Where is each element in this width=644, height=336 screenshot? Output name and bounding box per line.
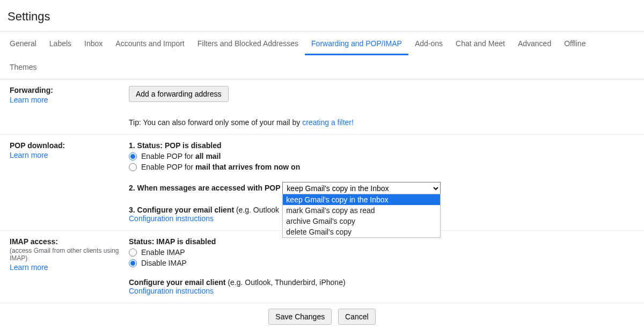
pop-status-value: POP is disabled — [165, 141, 222, 150]
pop-status-prefix: 1. Status: — [129, 141, 165, 150]
imap-access-sublabel: (access Gmail from other clients using I… — [10, 247, 125, 262]
pop-config-instructions-link[interactable]: Configuration instructions — [129, 214, 214, 223]
create-filter-link[interactable]: creating a filter! — [302, 118, 354, 127]
forwarding-tip-text: Tip: You can also forward only some of y… — [129, 118, 302, 127]
imap-disable-option[interactable]: Disable IMAP — [129, 259, 633, 267]
pop-enable-all-mail-label: Enable POP for all mail — [141, 152, 221, 160]
tab-forwarding-pop-imap[interactable]: Forwarding and POP/IMAP — [305, 32, 408, 55]
pop-option-mark-read[interactable]: mark Gmail's copy as read — [283, 205, 440, 216]
pop-option-keep-inbox[interactable]: keep Gmail's copy in the Inbox — [283, 194, 440, 205]
tab-themes[interactable]: Themes — [3, 55, 43, 79]
pop-enable-from-now-option[interactable]: Enable POP for mail that arrives from no… — [129, 163, 633, 171]
forwarding-tip: Tip: You can also forward only some of y… — [129, 118, 633, 127]
imap-config-label: Configure your email client — [129, 278, 228, 287]
tab-accounts-import[interactable]: Accounts and Import — [109, 32, 191, 55]
pop-action-dropdown-open: keep Gmail's copy in the Inbox mark Gmai… — [282, 194, 441, 238]
imap-disable-label: Disable IMAP — [141, 259, 187, 267]
settings-tabs: General Labels Inbox Accounts and Import… — [0, 31, 644, 79]
pop-action-select[interactable]: keep Gmail's copy in the Inbox — [282, 182, 441, 195]
tab-offline[interactable]: Offline — [558, 32, 592, 55]
imap-status-prefix: Status: — [129, 237, 156, 246]
imap-access-section: IMAP access: (access Gmail from other cl… — [0, 231, 644, 303]
imap-status-line: Status: IMAP is disabled — [129, 237, 633, 246]
imap-enable-option[interactable]: Enable IMAP — [129, 248, 633, 257]
forwarding-section: Forwarding: Learn more Add a forwarding … — [0, 79, 644, 135]
tab-advanced[interactable]: Advanced — [511, 32, 558, 55]
pop-status-line: 1. Status: POP is disabled — [129, 141, 633, 150]
pop-step2: 2. When messages are accessed with POP k… — [129, 182, 633, 195]
pop-learn-more-link[interactable]: Learn more — [10, 151, 48, 159]
form-actions: Save Changes Cancel — [0, 303, 644, 330]
cancel-button[interactable]: Cancel — [338, 309, 376, 325]
imap-config-line: Configure your email client (e.g. Outloo… — [129, 278, 633, 287]
pop-enable-all-mail-radio[interactable] — [129, 152, 137, 160]
imap-disable-radio[interactable] — [129, 259, 137, 267]
imap-learn-more-link[interactable]: Learn more — [10, 263, 48, 272]
imap-status-value: IMAP is disabled — [156, 237, 216, 246]
pop-download-section: POP download: Learn more 1. Status: POP … — [0, 135, 644, 231]
add-forwarding-address-button[interactable]: Add a forwarding address — [129, 86, 229, 102]
pop-step3-example: (e.g. Outlook — [236, 206, 279, 214]
pop-download-label: POP download: — [10, 141, 125, 150]
tab-filters[interactable]: Filters and Blocked Addresses — [191, 32, 305, 55]
pop-enable-from-now-label: Enable POP for mail that arrives from no… — [141, 163, 300, 171]
pop-step3-label: 3. Configure your email client — [129, 206, 236, 214]
imap-enable-label: Enable IMAP — [141, 248, 185, 257]
pop-option-delete[interactable]: delete Gmail's copy — [283, 227, 440, 237]
pop-option-archive[interactable]: archive Gmail's copy — [283, 216, 440, 227]
tab-inbox[interactable]: Inbox — [78, 32, 109, 55]
forwarding-learn-more-link[interactable]: Learn more — [10, 96, 48, 104]
pop-enable-all-mail-option[interactable]: Enable POP for all mail — [129, 152, 633, 160]
tab-addons[interactable]: Add-ons — [408, 32, 449, 55]
page-title: Settings — [8, 10, 644, 24]
pop-step2-label: 2. When messages are accessed with POP — [129, 184, 280, 192]
imap-config-instructions-link[interactable]: Configuration instructions — [129, 287, 214, 295]
imap-config-example: (e.g. Outlook, Thunderbird, iPhone) — [228, 278, 345, 287]
pop-enable-from-now-radio[interactable] — [129, 163, 137, 171]
tab-general[interactable]: General — [3, 32, 43, 55]
forwarding-label: Forwarding: — [10, 86, 125, 94]
imap-access-label: IMAP access: — [10, 237, 125, 246]
tab-labels[interactable]: Labels — [43, 32, 78, 55]
imap-enable-radio[interactable] — [129, 249, 137, 257]
save-changes-button[interactable]: Save Changes — [268, 309, 332, 325]
tab-chat-meet[interactable]: Chat and Meet — [449, 32, 511, 55]
